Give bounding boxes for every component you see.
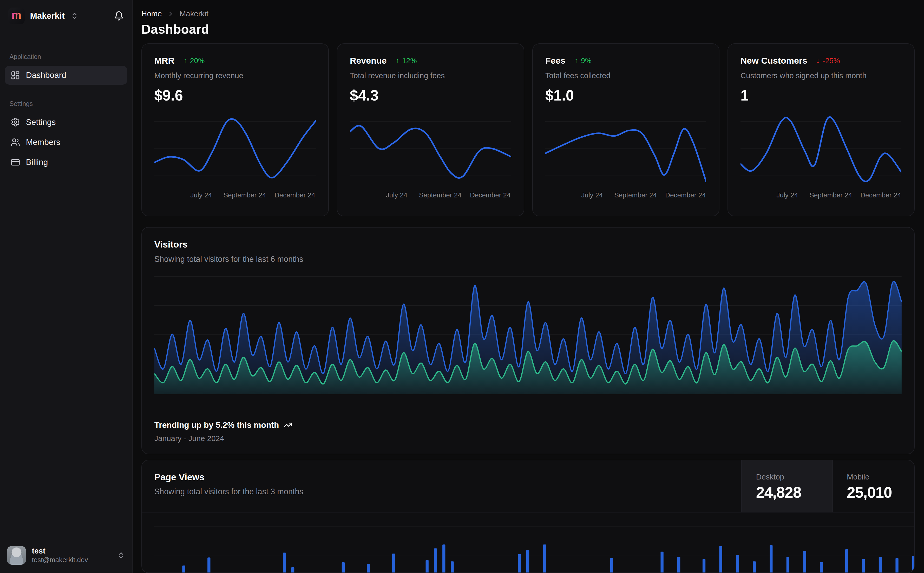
x-axis-labels: July 24September 24December 24 <box>545 191 706 200</box>
makerkit-logo: m <box>8 8 25 24</box>
stat-cards-row: MRR ↑20% Monthly recurring revenue $9.6 … <box>141 43 915 217</box>
sidebar-item-label: Members <box>26 138 60 147</box>
main-content: Home Makerkit Dashboard MRR ↑20% Monthly… <box>133 0 924 573</box>
sparkline-chart <box>740 112 902 188</box>
stat-value: $4.3 <box>350 87 511 104</box>
stat-value: 1 <box>740 87 902 104</box>
page-views-card: Page Views Showing total visitors for th… <box>141 460 915 573</box>
x-axis-labels: July 24September 24December 24 <box>350 191 511 200</box>
chevrons-up-down-icon <box>71 12 78 19</box>
user-name: test <box>32 546 88 556</box>
tab-mobile[interactable]: Mobile 25,010 <box>832 460 914 512</box>
visitors-date-range: January - June 2024 <box>154 434 902 443</box>
visitors-card: Visitors Showing total visitors for the … <box>141 227 915 454</box>
visitors-area-chart <box>154 271 902 394</box>
page-views-title: Page Views <box>154 472 729 482</box>
sidebar-item-label: Dashboard <box>26 70 66 80</box>
stat-card-revenue: Revenue ↑12% Total revenue including fee… <box>337 43 524 217</box>
workspace-switcher[interactable]: m Makerkit <box>0 0 132 32</box>
arrow-up-icon: ↑ <box>574 56 578 65</box>
sidebar-item-dashboard[interactable]: Dashboard <box>5 66 127 85</box>
stat-title: New Customers <box>740 56 807 66</box>
page-views-header: Page Views Showing total visitors for th… <box>142 460 914 513</box>
breadcrumb-current: Makerkit <box>180 9 209 18</box>
visitors-title: Visitors <box>154 239 902 250</box>
page-views-subtitle: Showing total visitors for the last 3 mo… <box>154 487 729 496</box>
sidebar: m Makerkit Application Dashboard Setting… <box>0 0 133 573</box>
trend-badge: ↑9% <box>574 56 591 65</box>
settings-gear-icon <box>11 117 20 127</box>
stat-title: MRR <box>154 56 174 66</box>
arrow-up-icon: ↑ <box>395 56 399 65</box>
stat-title: Revenue <box>350 56 387 66</box>
x-axis-labels: July 24September 24December 24 <box>740 191 902 200</box>
user-menu[interactable]: test test@makerkit.dev <box>0 539 132 573</box>
stat-card-fees: Fees ↑9% Total fees collected $1.0 July … <box>532 43 719 217</box>
trend-badge: ↑12% <box>395 56 417 65</box>
arrow-down-icon: ↓ <box>816 56 820 65</box>
sparkline-chart <box>545 112 706 188</box>
stat-card-mrr: MRR ↑20% Monthly recurring revenue $9.6 … <box>141 43 328 217</box>
sparkline-chart <box>154 112 316 188</box>
sidebar-section-settings: Settings <box>0 100 132 108</box>
billing-credit-card-icon <box>11 158 20 167</box>
trend-badge: ↓-25% <box>816 56 840 65</box>
dashboard-icon <box>11 70 20 80</box>
stat-description: Monthly recurring revenue <box>154 71 316 80</box>
members-users-icon <box>11 138 20 147</box>
visitors-footer: Trending up by 5.2% this month <box>154 420 902 430</box>
stat-card-new-customers: New Customers ↓-25% Customers who signed… <box>728 43 915 217</box>
sidebar-item-label: Settings <box>26 117 56 127</box>
trend-badge: ↑20% <box>183 56 204 65</box>
visitors-subtitle: Showing total visitors for the last 6 mo… <box>154 255 902 264</box>
sidebar-item-label: Billing <box>26 157 48 167</box>
chevron-right-icon <box>167 10 174 17</box>
sidebar-item-settings[interactable]: Settings <box>5 113 127 132</box>
sidebar-item-billing[interactable]: Billing <box>5 153 127 172</box>
stat-value: $9.6 <box>154 87 316 104</box>
page-title: Dashboard <box>141 22 915 37</box>
user-email: test@makerkit.dev <box>32 556 88 564</box>
user-avatar <box>7 546 26 565</box>
workspace-name: Makerkit <box>30 11 65 21</box>
sparkline-chart <box>350 112 511 188</box>
breadcrumb: Home Makerkit <box>141 9 915 18</box>
sidebar-item-members[interactable]: Members <box>5 133 127 152</box>
chevrons-up-down-icon <box>117 551 125 559</box>
arrow-up-icon: ↑ <box>183 56 187 65</box>
stat-description: Total revenue including fees <box>350 71 511 80</box>
x-axis-labels: July 24September 24December 24 <box>154 191 316 200</box>
trending-up-icon <box>284 421 292 429</box>
notifications-bell-icon[interactable] <box>114 11 124 21</box>
tab-desktop[interactable]: Desktop 24,828 <box>741 460 832 512</box>
stat-title: Fees <box>545 56 566 66</box>
breadcrumb-home[interactable]: Home <box>141 9 162 18</box>
stat-value: $1.0 <box>545 87 706 104</box>
page-views-bar-chart <box>142 512 914 573</box>
stat-description: Customers who signed up this month <box>740 71 902 80</box>
stat-description: Total fees collected <box>545 71 706 80</box>
sidebar-section-application: Application <box>0 53 132 61</box>
